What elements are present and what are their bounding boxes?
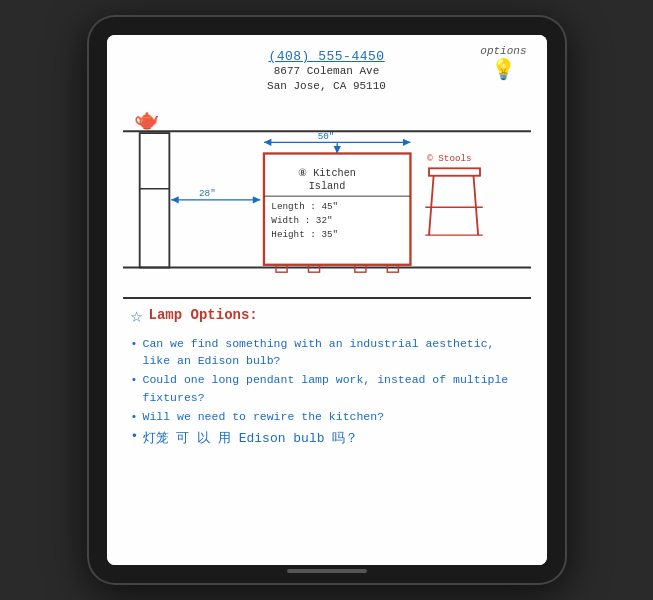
list-item: Will we need to rewire the kitchen? [131,408,523,425]
lightbulb-icon: 💡 [480,57,526,82]
screen: options 💡 (408) 555-4450 8677 Coleman Av… [107,35,547,565]
star-icon: ☆ [131,307,143,327]
address-line2: San Jose, CA 95110 [267,80,386,92]
svg-marker-10 [263,138,270,145]
chinese-text-item: 灯笼 可 以 用 Edison bulb 吗？ [131,429,523,447]
diagram-area: 🫖 28" 50" [123,99,531,299]
svg-rect-16 [276,265,287,272]
svg-text:Width : 32": Width : 32" [271,215,332,226]
svg-line-29 [473,176,478,235]
options-area: options 💡 [480,45,526,82]
svg-text:🫖: 🫖 [134,106,160,131]
kitchen-diagram-svg: 🫖 28" 50" [123,99,531,297]
svg-marker-14 [333,146,340,153]
lamp-options-title: Lamp Options: [149,307,258,323]
page-content: options 💡 (408) 555-4450 8677 Coleman Av… [107,35,547,565]
tablet-device: options 💡 (408) 555-4450 8677 Coleman Av… [87,15,567,585]
svg-rect-19 [354,265,365,272]
svg-rect-18 [308,265,319,272]
list-item: Can we find something with an industrial… [131,335,523,370]
header-section: (408) 555-4450 8677 Coleman Ave San Jose… [123,49,531,95]
phone-number: (408) 555-4450 [123,49,531,64]
svg-rect-15 [263,153,410,264]
svg-text:Length : 45": Length : 45" [271,201,338,212]
address-line1: 8677 Coleman Ave [274,65,380,77]
svg-marker-6 [171,196,178,203]
svg-rect-2 [139,133,169,267]
notes-section: ☆ Lamp Options: Can we find something wi… [123,307,531,447]
svg-text:⑧ Kitchen: ⑧ Kitchen [298,168,356,179]
svg-text:Island: Island [308,181,345,192]
svg-line-28 [429,176,434,235]
svg-marker-11 [403,138,410,145]
svg-marker-7 [252,196,259,203]
svg-rect-27 [429,168,480,175]
address: 8677 Coleman Ave San Jose, CA 95110 [123,64,531,95]
bullet-list: Can we find something with an industrial… [131,335,523,425]
svg-text:© Stools: © Stools [427,153,471,164]
svg-text:28": 28" [199,188,216,199]
options-label: options [480,45,526,57]
svg-text:50": 50" [317,130,334,141]
list-item: Could one long pendant lamp work, instea… [131,371,523,406]
svg-text:Height : 35": Height : 35" [271,229,338,240]
svg-rect-17 [387,265,398,272]
